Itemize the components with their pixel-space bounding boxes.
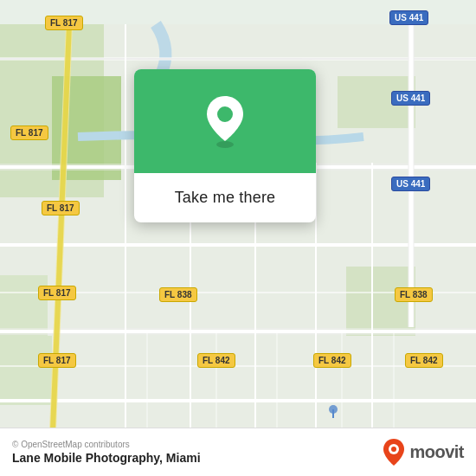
bottom-bar: © OpenStreetMap contributors Lane Mobile…	[0, 428, 476, 476]
road-badge-fl838-1: FL 838	[159, 287, 197, 302]
moovit-logo: moovit	[382, 438, 464, 467]
road-badge-fl842-1: FL 842	[197, 353, 235, 368]
take-me-there-button[interactable]: Take me there	[168, 185, 283, 210]
road-badge-us441-1: US 441	[389, 10, 428, 25]
bottom-left: © OpenStreetMap contributors Lane Mobile…	[12, 440, 201, 465]
location-pin-icon	[203, 94, 248, 148]
road-badge-us441-3: US 441	[391, 177, 430, 191]
moovit-pin-icon	[382, 438, 406, 467]
svg-point-36	[217, 106, 233, 122]
road-badge-fl817-1: FL 817	[45, 16, 83, 30]
road-badge-fl842-2: FL 842	[313, 353, 351, 368]
map-container: Middle River Canal FL 817 US 441 FL 817 …	[0, 0, 476, 476]
road-badge-fl838-2: FL 838	[395, 287, 433, 302]
svg-rect-5	[0, 336, 52, 405]
moovit-brand-text: moovit	[409, 442, 464, 462]
road-badge-fl817-2: FL 817	[10, 125, 48, 140]
svg-rect-6	[0, 275, 48, 336]
copyright-text: © OpenStreetMap contributors	[12, 440, 201, 449]
road-badge-fl817-3: FL 817	[42, 201, 80, 215]
road-badge-us441-2: US 441	[391, 91, 430, 106]
road-badge-fl842-3: FL 842	[405, 353, 443, 368]
popup-green-section	[134, 69, 316, 173]
road-badge-fl817-5: FL 817	[38, 353, 76, 368]
road-badge-fl817-4: FL 817	[38, 286, 76, 300]
popup-button-section: Take me there	[134, 173, 316, 222]
svg-point-35	[216, 141, 234, 148]
popup-card: Take me there	[134, 69, 316, 222]
location-name: Lane Mobile Photography, Miami	[12, 451, 201, 465]
svg-point-38	[391, 447, 396, 452]
